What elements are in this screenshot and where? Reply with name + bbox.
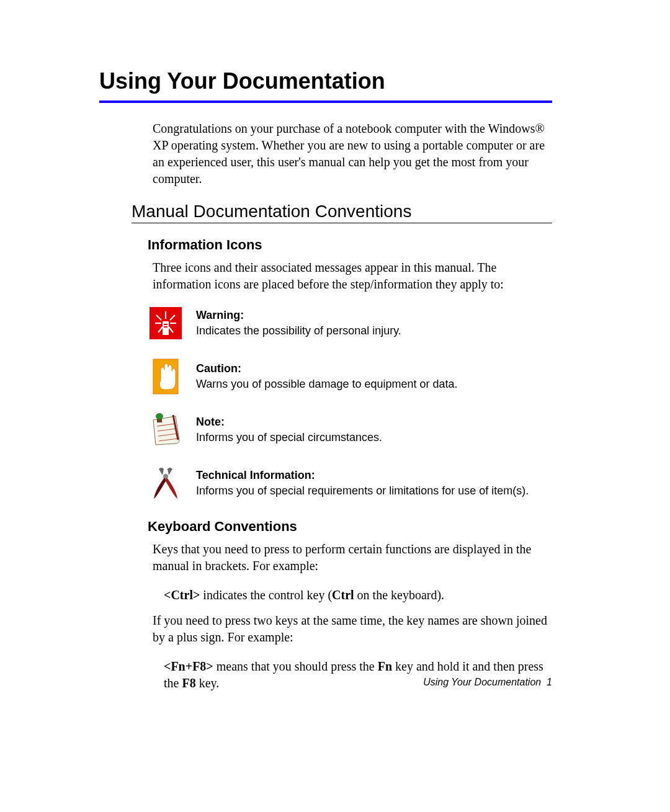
tech-label: Technical Information: bbox=[196, 469, 315, 481]
warning-text: Warning: Indicates the possibility of pe… bbox=[196, 305, 401, 338]
icon-row-note: Note: Informs you of special circumstanc… bbox=[148, 412, 552, 448]
page-title: Using Your Documentation bbox=[99, 68, 552, 94]
footer-page-number: 1 bbox=[547, 677, 552, 687]
tech-text: Technical Information: Informs you of sp… bbox=[196, 465, 529, 498]
svg-rect-10 bbox=[164, 326, 168, 328]
fnf8-key: <Fn+F8> bbox=[164, 659, 213, 673]
svg-rect-8 bbox=[163, 321, 169, 335]
icon-row-tech: Technical Information: Informs you of sp… bbox=[148, 465, 552, 501]
svg-point-18 bbox=[163, 474, 168, 479]
keyboard-heading: Keyboard Conventions bbox=[148, 519, 552, 535]
ctrl-key: <Ctrl> bbox=[164, 588, 200, 602]
svg-rect-9 bbox=[164, 324, 168, 325]
tech-info-icon bbox=[148, 465, 184, 501]
keyboard-p1: Keys that you need to press to perform c… bbox=[153, 541, 552, 574]
caution-text: Caution: Warns you of possible damage to… bbox=[196, 359, 458, 391]
intro-paragraph: Congratulations on your purchase of a no… bbox=[153, 120, 552, 187]
note-label: Note: bbox=[196, 416, 225, 428]
tech-desc: Informs you of special requirements or l… bbox=[196, 484, 529, 497]
note-icon bbox=[148, 412, 184, 448]
icon-row-warning: Warning: Indicates the possibility of pe… bbox=[148, 305, 552, 341]
info-icons-heading: Information Icons bbox=[148, 237, 552, 253]
svg-point-17 bbox=[156, 413, 163, 419]
footer-text: Using Your Documentation bbox=[423, 677, 541, 687]
caution-icon bbox=[148, 359, 184, 395]
info-icons-lead: Three icons and their associated message… bbox=[153, 259, 552, 293]
keyboard-p2: If you need to press two keys at the sam… bbox=[153, 612, 552, 646]
caution-desc: Warns you of possible damage to equipmen… bbox=[196, 378, 458, 390]
warning-label: Warning: bbox=[196, 309, 244, 321]
warning-desc: Indicates the possibility of personal in… bbox=[196, 324, 401, 337]
section-heading: Manual Documentation Conventions bbox=[132, 202, 552, 221]
document-page: Using Your Documentation Congratulations… bbox=[0, 0, 670, 812]
caution-label: Caution: bbox=[196, 362, 241, 375]
note-desc: Informs you of special circumstances. bbox=[196, 431, 382, 444]
title-rule bbox=[99, 100, 552, 103]
section-rule bbox=[132, 223, 552, 223]
keyboard-example-1: <Ctrl> indicates the control key (Ctrl o… bbox=[164, 587, 552, 604]
warning-icon bbox=[148, 305, 184, 341]
page-footer: Using Your Documentation 1 bbox=[423, 677, 552, 688]
note-text: Note: Informs you of special circumstanc… bbox=[196, 412, 382, 445]
icon-row-caution: Caution: Warns you of possible damage to… bbox=[148, 359, 552, 395]
